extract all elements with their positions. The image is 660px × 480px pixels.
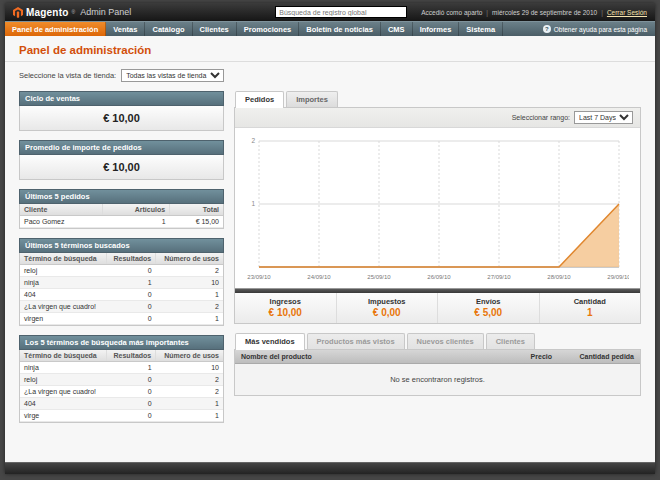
cell-term: 404 (20, 398, 106, 410)
orders-panel: Seleccionar rango: Last 7 Days 1223/09/1… (234, 107, 641, 324)
nav-reports[interactable]: Informes (413, 22, 460, 36)
help-label: Obtener ayuda para esta página (554, 26, 647, 33)
magento-logo-icon (13, 7, 23, 18)
cell-results: 0 (106, 374, 156, 386)
svg-text:28/09/10: 28/09/10 (547, 274, 571, 280)
table-row[interactable]: virge 0 1 (20, 410, 223, 422)
logo-name: Magento (26, 7, 69, 18)
col-header: Número de usos (156, 350, 223, 362)
table-row[interactable]: ¿La virgen que cuadro! 0 2 (20, 386, 223, 398)
cell-uses: 1 (156, 289, 223, 301)
cell-uses: 2 (156, 386, 223, 398)
tab-pedidos[interactable]: Pedidos (235, 91, 284, 108)
bottom-grids: Más vendidos Productos más vistos Nuevos… (234, 333, 641, 396)
cell-uses: 2 (156, 374, 223, 386)
cell-results: 1 (106, 277, 156, 289)
empty-row: No se encontraron registros. (235, 364, 640, 396)
col-header: Resultados (106, 350, 156, 362)
store-view-select[interactable]: Todas las vistas de tienda (121, 69, 224, 82)
cell-results: 0 (106, 410, 156, 422)
nav-promotions[interactable]: Promociones (237, 22, 300, 36)
table-row[interactable]: ¿La virgen que cuadro! 0 2 (20, 301, 223, 313)
nav-cms[interactable]: CMS (381, 22, 413, 36)
cell-results: 1 (106, 362, 156, 374)
table-row[interactable]: Paco Gomez 1 € 15,00 (20, 216, 223, 228)
col-header: Artículos (103, 204, 170, 216)
table-row[interactable]: 404 0 1 (20, 289, 223, 301)
total-label: Impuestos (337, 297, 438, 306)
global-search-input[interactable] (275, 6, 407, 18)
total-value: 1 (540, 307, 641, 318)
total-value: € 0,00 (337, 307, 438, 318)
svg-text:1: 1 (251, 200, 255, 207)
title-divider (5, 61, 655, 62)
total-tax: Impuestos € 0,00 (337, 293, 439, 323)
nav-catalog[interactable]: Catálogo (145, 22, 192, 36)
table-row[interactable]: 404 0 1 (20, 398, 223, 410)
separator: | (486, 9, 488, 16)
current-date: miércoles 29 de septiembre de 2010 (492, 9, 597, 16)
grid-header-row: Nombre del producto Precio Cantidad pedi… (235, 350, 640, 364)
top-search-terms-box: Los 5 términos de búsqueda más important… (19, 335, 224, 423)
last-search-terms-table: Término de búsqueda Resultados Número de… (19, 253, 224, 326)
cell-uses: 2 (156, 265, 223, 277)
page-help-link[interactable]: ? Obtener ayuda para esta página (535, 22, 655, 36)
magento-logo[interactable]: Magento ® Admin Panel (13, 7, 131, 18)
main-nav: Panel de administración Ventas Catálogo … (5, 21, 655, 36)
table-header-row: Término de búsqueda Resultados Número de… (20, 350, 223, 362)
cell-uses: 2 (156, 301, 223, 313)
cell-term: ¿La virgen que cuadro! (20, 386, 106, 398)
table-header-row: Término de búsqueda Resultados Número de… (20, 253, 223, 265)
tab-new-customers[interactable]: Nuevos clientes (407, 333, 484, 349)
total-revenue: Ingresos € 10,00 (235, 293, 337, 323)
svg-text:24/09/10: 24/09/10 (307, 274, 331, 280)
nav-customers[interactable]: Clientes (193, 22, 237, 36)
tab-customers[interactable]: Clientes (486, 333, 535, 349)
last-orders-table: Cliente Artículos Total Paco Gomez 1 € 1… (19, 204, 224, 229)
col-product-name: Nombre del producto (235, 350, 488, 364)
logo-registered-mark: ® (72, 9, 76, 15)
cell-term: virge (20, 410, 106, 422)
lifetime-sales-box: Ciclo de ventas € 10,00 (19, 91, 224, 131)
cell-term: ninja (20, 362, 106, 374)
logout-link[interactable]: Cerrar Sesión (607, 9, 647, 16)
table-header-row: Cliente Artículos Total (20, 204, 223, 216)
nav-newsletter[interactable]: Boletín de noticias (299, 22, 381, 36)
svg-text:23/09/10: 23/09/10 (247, 274, 271, 280)
svg-text:27/09/10: 27/09/10 (487, 274, 511, 280)
range-row: Seleccionar rango: Last 7 Days (235, 108, 640, 128)
nav-dashboard[interactable]: Panel de administración (5, 22, 106, 36)
footer-bar (5, 462, 655, 474)
svg-text:25/09/10: 25/09/10 (367, 274, 391, 280)
grid-tabs: Más vendidos Productos más vistos Nuevos… (234, 333, 641, 349)
cell-items: 1 (103, 216, 170, 228)
cell-uses: 10 (156, 362, 223, 374)
cell-results: 0 (106, 386, 156, 398)
table-row[interactable]: reloj 0 2 (20, 265, 223, 277)
tab-most-viewed[interactable]: Productos más vistos (307, 333, 405, 349)
range-select[interactable]: Last 7 Days (574, 111, 633, 124)
table-row[interactable]: reloj 0 2 (20, 374, 223, 386)
table-row[interactable]: ninja 1 10 (20, 362, 223, 374)
separator: | (601, 9, 603, 16)
cell-term: ninja (20, 277, 106, 289)
cell-term: ¿La virgen que cuadro! (20, 301, 106, 313)
nav-sales[interactable]: Ventas (106, 22, 145, 36)
logged-in-text: Accedió como aparto (421, 9, 482, 16)
last-search-terms-title: Últimos 5 términos buscados (19, 238, 224, 253)
total-label: Ingresos (235, 297, 336, 306)
table-row[interactable]: ninja 1 10 (20, 277, 223, 289)
last-search-terms-box: Últimos 5 términos buscados Término de b… (19, 238, 224, 326)
orders-chart: 1223/09/1024/09/1025/09/1026/09/1027/09/… (235, 128, 640, 288)
tab-bestsellers[interactable]: Más vendidos (235, 333, 305, 350)
svg-text:26/09/10: 26/09/10 (427, 274, 451, 280)
tab-importes[interactable]: Importes (286, 91, 338, 107)
cell-results: 0 (106, 301, 156, 313)
cell-results: 0 (106, 313, 156, 325)
col-header: Resultados (106, 253, 156, 265)
store-view-row: Seleccione la vista de tienda: Todas las… (19, 69, 641, 82)
dashboard-sidebar: Ciclo de ventas € 10,00 Promedio de impo… (19, 91, 224, 432)
table-row[interactable]: virgen 0 1 (20, 313, 223, 325)
session-info: Accedió como aparto | miércoles 29 de se… (421, 9, 647, 16)
nav-system[interactable]: Sistema (459, 22, 503, 36)
